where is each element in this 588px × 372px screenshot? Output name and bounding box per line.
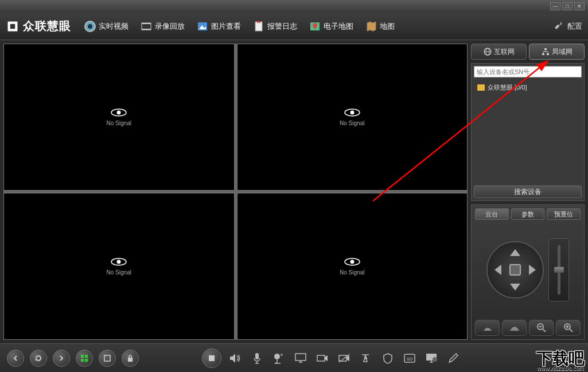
video-grid: No Signal No Signal No Signal No Signal xyxy=(3,44,468,340)
svg-rect-23 xyxy=(547,53,549,55)
ptz-tab-param[interactable]: 参数 xyxy=(511,208,545,220)
nav-emap[interactable]: 电子地图 xyxy=(304,18,358,35)
location-icon xyxy=(309,20,321,33)
shield-icon[interactable] xyxy=(380,350,396,366)
no-signal-label: No Signal xyxy=(340,269,364,276)
nav-playback[interactable]: 录像回放 xyxy=(135,18,189,35)
camera-lens-icon xyxy=(84,20,96,33)
ptz-left-button[interactable] xyxy=(494,265,501,275)
globe-icon xyxy=(484,48,492,56)
svg-point-11 xyxy=(117,110,121,114)
video-cell-2[interactable]: No Signal xyxy=(237,44,468,191)
no-signal-label: No Signal xyxy=(340,120,364,126)
nav-map[interactable]: 地图 xyxy=(360,18,399,35)
device-panel: 众联慧眼 [0/0] 搜索设备 xyxy=(471,63,585,201)
video-cell-4[interactable]: No Signal xyxy=(237,193,468,340)
ptz-tab-preset[interactable]: 预置位 xyxy=(547,208,581,220)
svg-rect-31 xyxy=(81,355,84,358)
film-icon xyxy=(140,20,153,33)
svg-point-49 xyxy=(433,357,437,362)
iris-open-button[interactable] xyxy=(502,320,527,336)
logo-icon xyxy=(3,17,22,36)
svg-point-39 xyxy=(274,354,280,359)
svg-text:SD: SD xyxy=(406,356,412,362)
svg-rect-34 xyxy=(85,359,88,362)
eye-icon xyxy=(111,108,127,117)
monitor-icon[interactable] xyxy=(293,350,309,366)
disable-video-icon[interactable] xyxy=(336,350,352,366)
device-search-input[interactable] xyxy=(474,66,582,78)
stop-button[interactable] xyxy=(202,348,221,368)
ptz-down-button[interactable] xyxy=(510,284,520,290)
bottom-toolbar: SD xyxy=(0,343,588,372)
tree-root-node[interactable]: 众联慧眼 [0/0] xyxy=(477,83,578,92)
zoom-out-button[interactable] xyxy=(529,320,554,336)
camera-record-icon[interactable] xyxy=(314,350,330,366)
svg-rect-22 xyxy=(542,53,544,55)
talk-icon[interactable] xyxy=(271,350,287,366)
folder-icon xyxy=(477,84,485,91)
iris-close-button[interactable] xyxy=(475,320,500,336)
sd-card-icon[interactable]: SD xyxy=(402,350,418,366)
ptz-dpad xyxy=(486,241,544,299)
close-button[interactable]: ✕ xyxy=(574,2,585,10)
svg-rect-32 xyxy=(85,355,88,358)
svg-rect-37 xyxy=(209,355,215,361)
display-settings-icon[interactable] xyxy=(423,350,439,366)
svg-point-15 xyxy=(117,259,121,264)
ptz-up-button[interactable] xyxy=(510,249,520,256)
main-toolbar: 众联慧眼 实时视频 录像回放 图片查看 报警日志 xyxy=(0,13,588,40)
svg-rect-38 xyxy=(255,353,259,359)
svg-rect-41 xyxy=(295,354,306,361)
svg-rect-33 xyxy=(81,359,84,362)
next-page-button[interactable] xyxy=(53,350,70,367)
cycle-button[interactable] xyxy=(30,350,47,367)
svg-rect-36 xyxy=(128,358,133,362)
ptz-stop-button[interactable] xyxy=(509,264,521,276)
ptz-right-button[interactable] xyxy=(529,265,536,275)
map-icon xyxy=(365,20,377,33)
nav-live-video[interactable]: 实时视频 xyxy=(79,18,133,35)
app-logo: 众联慧眼 xyxy=(6,18,71,34)
zoom-in-button[interactable] xyxy=(556,320,581,336)
svg-line-28 xyxy=(570,329,573,332)
mic-icon[interactable] xyxy=(249,350,265,366)
device-tree[interactable]: 众联慧眼 [0/0] xyxy=(472,80,584,183)
svg-line-25 xyxy=(543,329,546,332)
svg-point-1 xyxy=(88,24,92,29)
nav-image-view[interactable]: 图片查看 xyxy=(192,18,246,35)
edit-icon[interactable] xyxy=(445,350,461,366)
clipboard-icon xyxy=(252,20,265,33)
svg-point-40 xyxy=(281,354,283,356)
eye-icon xyxy=(111,258,127,266)
tab-lan[interactable]: 局域网 xyxy=(529,44,585,60)
svg-rect-8 xyxy=(257,21,260,23)
fullscreen-button[interactable] xyxy=(99,350,116,367)
video-cell-1[interactable]: No Signal xyxy=(3,44,235,191)
search-device-button[interactable]: 搜索设备 xyxy=(474,185,582,198)
app-title: 众联慧眼 xyxy=(23,18,71,34)
tab-internet[interactable]: 互联网 xyxy=(471,44,527,60)
ptz-tab-ptz[interactable]: 云台 xyxy=(475,208,509,220)
nav-alarm-log[interactable]: 报警日志 xyxy=(248,18,302,35)
speaker-icon[interactable] xyxy=(227,350,243,366)
minimize-button[interactable]: — xyxy=(550,2,560,10)
lan-icon xyxy=(542,48,550,56)
svg-point-45 xyxy=(365,357,367,359)
lock-button[interactable] xyxy=(122,350,139,367)
prev-page-button[interactable] xyxy=(7,350,24,367)
ptz-speed-slider[interactable] xyxy=(548,238,569,301)
no-signal-label: No Signal xyxy=(107,269,131,276)
layout-button[interactable] xyxy=(76,350,93,367)
svg-rect-35 xyxy=(104,355,110,361)
video-cell-3[interactable]: No Signal xyxy=(3,193,235,340)
svg-rect-4 xyxy=(142,29,151,30)
svg-rect-21 xyxy=(544,48,547,50)
nav-config[interactable]: 配置 xyxy=(552,20,582,33)
snapshot-icon[interactable] xyxy=(358,350,374,366)
wrench-icon xyxy=(552,20,565,33)
svg-rect-3 xyxy=(142,23,151,24)
svg-rect-7 xyxy=(255,22,262,31)
picture-icon xyxy=(196,20,209,33)
maximize-button[interactable]: □ xyxy=(562,2,573,10)
